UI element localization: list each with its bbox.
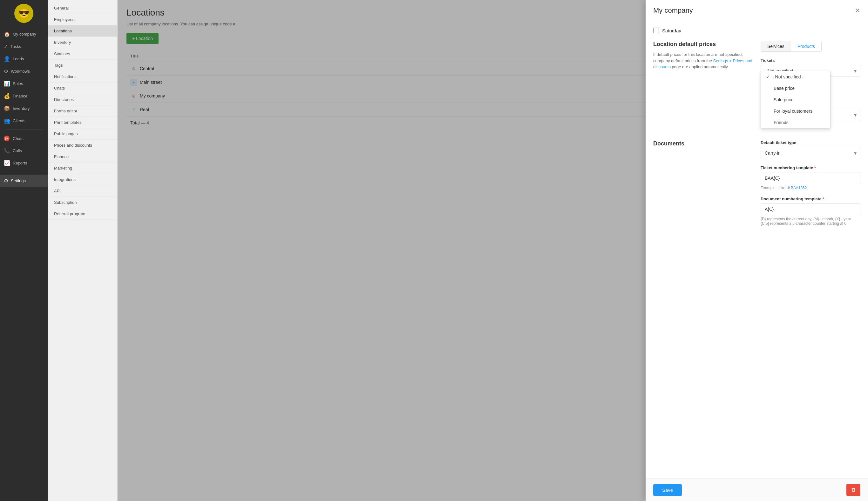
dropdown-item-friends[interactable]: Friends: [761, 117, 830, 128]
reports-icon: 📈: [4, 160, 10, 166]
tickets-form-group: Tickets - Not specified - Base price Sal…: [761, 58, 860, 77]
tab-services[interactable]: Services: [761, 41, 791, 51]
modal-title: My company: [653, 6, 693, 14]
dropdown-item-sale-price[interactable]: Sale price: [761, 94, 830, 105]
dropdown-item-not-specified[interactable]: ✓ - Not specified -: [761, 71, 830, 83]
modal-header: My company ✕: [646, 0, 868, 21]
calls-icon: 📞: [4, 148, 10, 154]
sidebar-item-finance[interactable]: 💰 Finance: [0, 90, 48, 102]
sales-icon: 📊: [4, 81, 10, 87]
finance-icon: 💰: [4, 93, 10, 99]
prices-desc-text2: page are applied automatically.: [672, 64, 729, 69]
documents-section-title: Documents: [653, 140, 753, 147]
modal-footer: Save 🗑: [646, 478, 868, 501]
trash-icon: 🗑: [851, 487, 856, 492]
sidebar-item-label: Sales: [13, 81, 23, 86]
nav-divider: [5, 129, 43, 130]
tasks-icon: ✓: [4, 43, 8, 50]
save-button[interactable]: Save: [653, 484, 682, 496]
avatar: 😎: [14, 4, 33, 23]
sidebar-item-label: Tasks: [10, 44, 21, 49]
sidebar-item-settings[interactable]: ⚙ Settings: [0, 174, 48, 187]
settings-item-finance[interactable]: Finance: [48, 151, 117, 162]
settings-item-public-pages[interactable]: Public pages: [48, 128, 117, 140]
settings-item-general[interactable]: General: [48, 2, 117, 14]
settings-item-print-templates[interactable]: Print templates: [48, 117, 117, 128]
settings-item-marketing[interactable]: Marketing: [48, 162, 117, 174]
settings-sidebar: General Employees Locations Inventory St…: [48, 0, 117, 501]
document-numbering-input[interactable]: [761, 203, 860, 215]
sidebar-item-label: Leads: [13, 56, 24, 61]
default-ticket-type-select[interactable]: Carry-in: [761, 147, 860, 159]
dropdown-item-label: - Not specified -: [772, 74, 804, 79]
settings-item-notifications[interactable]: Notifications: [48, 71, 117, 83]
settings-item-statuses[interactable]: Statuses: [48, 48, 117, 60]
settings-item-chats[interactable]: Chats: [48, 83, 117, 94]
tab-products[interactable]: Products: [791, 41, 821, 51]
document-numbering-group: Document numbering template * {D} repres…: [761, 196, 860, 226]
dropdown-item-base-price[interactable]: Base price: [761, 83, 830, 94]
documents-left: Documents: [653, 140, 753, 151]
saturday-label: Saturday: [662, 28, 681, 33]
sidebar-item-leads[interactable]: 👤 Leads: [0, 53, 48, 65]
documents-right: Default ticket type Carry-in Ticket numb…: [761, 140, 860, 232]
settings-item-api[interactable]: API: [48, 185, 117, 197]
home-icon: 🏠: [4, 31, 10, 37]
document-numbering-label: Document numbering template *: [761, 196, 860, 201]
location-default-prices-section: Location default prices If default price…: [653, 41, 860, 127]
sidebar-item-my-company[interactable]: 🏠 My company: [0, 28, 48, 40]
sidebar-item-chats[interactable]: 9+ Chats: [0, 132, 48, 145]
sidebar-item-inventory[interactable]: 📦 Inventory: [0, 102, 48, 115]
sidebar-item-label: Finance: [13, 94, 27, 98]
settings-item-integrations[interactable]: Integrations: [48, 174, 117, 185]
sidebar-item-label: My company: [13, 32, 36, 36]
check-icon: ✓: [766, 74, 770, 79]
settings-item-directories[interactable]: Directories: [48, 94, 117, 105]
sidebar-item-label: Inventory: [13, 106, 30, 111]
sidebar-item-label: Chats: [13, 136, 23, 141]
chats-badge: 9+: [4, 136, 10, 141]
settings-item-locations[interactable]: Locations: [48, 25, 117, 37]
sidebar-item-reports[interactable]: 📈 Reports: [0, 157, 48, 169]
sidebar-item-label: Settings: [11, 179, 26, 183]
ticket-numbering-group: Ticket numbering template * Example: tic…: [761, 166, 860, 190]
nav-divider-2: [5, 172, 43, 172]
modal-panel: My company ✕ Saturday Location default p…: [646, 0, 868, 501]
required-indicator: *: [823, 196, 824, 201]
sidebar-item-sales[interactable]: 📊 Sales: [0, 77, 48, 90]
modal-body: Saturday Location default prices If defa…: [646, 21, 868, 478]
default-ticket-type-wrapper: Carry-in: [761, 147, 860, 159]
documents-section: Documents Default ticket type Carry-in: [653, 135, 860, 232]
sidebar-item-workflows[interactable]: ⚙ Workflows: [0, 65, 48, 77]
settings-item-inventory[interactable]: Inventory: [48, 37, 117, 48]
settings-item-employees[interactable]: Employees: [48, 14, 117, 25]
clients-icon: 👥: [4, 118, 10, 124]
ticket-numbering-link[interactable]: BAA1362: [791, 186, 807, 190]
leads-icon: 👤: [4, 56, 10, 62]
prices-section-desc: If default prices for this location are …: [653, 51, 753, 70]
workflows-icon: ⚙: [4, 68, 8, 74]
dropdown-item-label: Sale price: [774, 97, 793, 102]
sidebar-item-tasks[interactable]: ✓ Tasks: [0, 40, 48, 53]
prices-section-left: Location default prices If default price…: [653, 41, 753, 75]
saturday-checkbox[interactable]: [653, 28, 659, 33]
sidebar-item-calls[interactable]: 📞 Calls: [0, 145, 48, 157]
settings-icon: ⚙: [4, 178, 8, 184]
ticket-numbering-input[interactable]: [761, 172, 860, 184]
settings-item-tags[interactable]: Tags: [48, 60, 117, 71]
delete-button[interactable]: 🗑: [846, 484, 860, 496]
main-sidebar: 😎 🏠 My company ✓ Tasks 👤 Leads ⚙ Workflo…: [0, 0, 48, 501]
settings-item-subscription[interactable]: Subscription: [48, 197, 117, 208]
settings-item-prices-discounts[interactable]: Prices and discounts: [48, 140, 117, 151]
settings-item-referral-program[interactable]: Referral program: [48, 208, 117, 220]
dropdown-item-loyal-customers[interactable]: For loyal customers: [761, 105, 830, 117]
tickets-section: Tickets - Not specified - Base price Sal…: [761, 58, 860, 121]
sidebar-item-clients[interactable]: 👥 Clients: [0, 115, 48, 127]
document-numbering-hint: {D} represents the current day, {M} - mo…: [761, 217, 860, 226]
sidebar-item-label: Calls: [13, 148, 22, 153]
inventory-icon: 📦: [4, 105, 10, 111]
sidebar-item-label: Reports: [13, 161, 27, 166]
settings-item-forms-editor[interactable]: Forms editor: [48, 105, 117, 117]
ticket-numbering-hint: Example: ticket # BAA1362: [761, 186, 860, 190]
modal-close-button[interactable]: ✕: [855, 7, 860, 14]
